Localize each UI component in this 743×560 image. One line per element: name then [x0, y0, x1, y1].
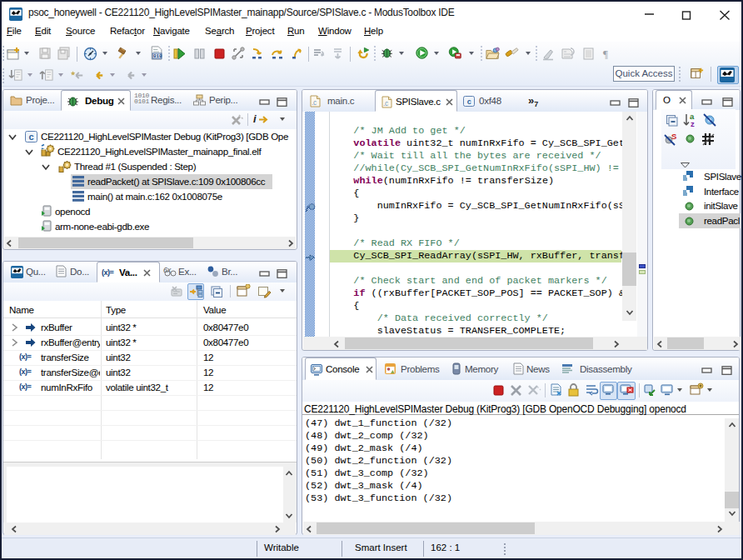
svg-text:c: c [28, 132, 33, 142]
svg-text:.c: .c [312, 98, 317, 107]
svg-text:.c: .c [383, 99, 389, 108]
svg-text:c: c [467, 98, 471, 106]
svg-text:010: 010 [153, 53, 162, 59]
svg-text:¶: ¶ [603, 48, 608, 60]
svg-text:z: z [691, 119, 695, 128]
svg-text:S: S [671, 132, 676, 141]
